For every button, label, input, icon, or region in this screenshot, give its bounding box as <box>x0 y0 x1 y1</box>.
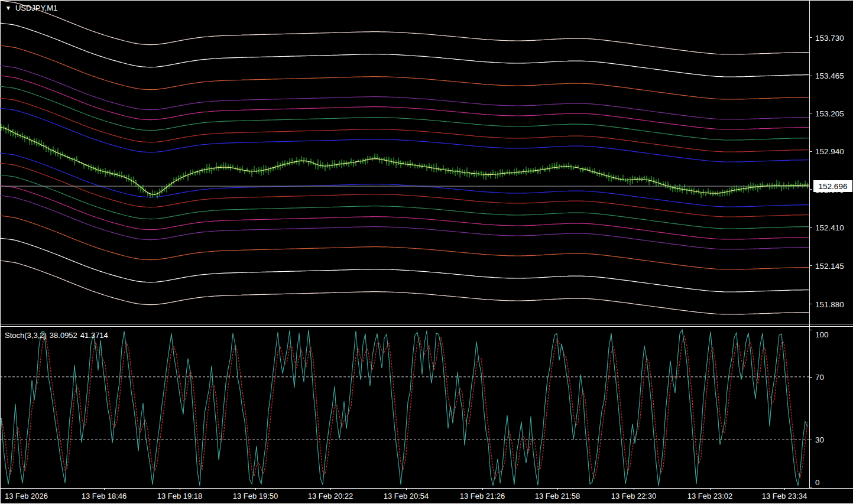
time-axis-label: 13 Feb 18:46 <box>82 492 127 500</box>
time-axis-label: 13 Feb 23:34 <box>762 492 807 500</box>
stoch-signal-line <box>1 336 807 479</box>
current-price-badge: 152.696 <box>813 180 852 192</box>
stoch-axis-tick <box>809 330 812 330</box>
symbol-label: USDJPY,M1 <box>15 4 57 12</box>
price-axis-tick <box>809 227 812 228</box>
price-axis-tick <box>809 37 812 38</box>
time-axis-label: 13 Feb 20:22 <box>308 492 353 500</box>
stoch-axis-label: 100 <box>815 330 829 339</box>
time-axis-label: 13 Feb 19:18 <box>157 492 203 500</box>
price-axis-label: 152.410 <box>815 223 844 232</box>
price-axis-label: 151.880 <box>815 300 844 308</box>
stoch-axis-label: 30 <box>815 435 824 444</box>
price-axis-label: 153.730 <box>815 33 844 42</box>
stoch-axis-tick <box>809 440 812 440</box>
time-axis-label: 13 Feb 22:30 <box>611 492 657 500</box>
chart-symbol-title: ▼ USDJPY,M1 <box>5 4 57 12</box>
stoch-main-line <box>1 330 807 486</box>
band-line <box>0 86 809 140</box>
price-axis-label: 153.205 <box>815 109 844 118</box>
indicator-name: Stoch(3,3,2) <box>5 331 47 340</box>
stochastic-indicator-chart[interactable] <box>0 327 809 488</box>
time-axis-label: 13 Feb 2026 <box>5 492 48 500</box>
time-axis-label: 13 Feb 19:50 <box>233 492 278 500</box>
stoch-axis-label: 0 <box>815 478 820 487</box>
stoch-axis-tick <box>809 487 812 487</box>
band-line <box>0 186 809 239</box>
price-axis[interactable]: 153.730153.465153.205152.940152.675152.4… <box>810 0 853 324</box>
chart-window: ▼ USDJPY,M1 153.730153.465153.205152.940… <box>0 0 853 504</box>
panel-splitter-top[interactable] <box>0 324 853 324</box>
panel-splitter-bottom[interactable] <box>0 326 853 327</box>
price-axis-tick <box>809 113 812 113</box>
price-axis-tick <box>809 265 812 266</box>
time-axis-label: 13 Feb 21:26 <box>460 492 505 500</box>
stoch-axis-tick <box>809 377 812 378</box>
price-axis-tick <box>809 76 812 76</box>
band-line <box>0 1 809 54</box>
main-price-chart[interactable] <box>0 0 809 324</box>
price-axis-tick <box>809 304 812 304</box>
price-axis-tick <box>809 151 812 152</box>
band-line <box>0 23 809 77</box>
price-bars <box>1 124 809 199</box>
band-line <box>0 76 809 129</box>
band-line <box>0 153 809 207</box>
band-line <box>0 216 809 269</box>
stochastic-axis[interactable]: 10070300 <box>810 327 853 488</box>
price-axis-label: 152.940 <box>815 147 844 156</box>
time-axis-label: 13 Feb 23:02 <box>687 492 733 500</box>
symbol-dropdown-icon[interactable]: ▼ <box>5 4 11 12</box>
time-axis-label: 13 Feb 21:58 <box>535 492 580 500</box>
band-line <box>0 175 809 229</box>
indicator-d-value: 41.3714 <box>80 331 108 340</box>
time-axis-label: 13 Feb 20:54 <box>384 492 429 500</box>
band-line <box>0 261 809 314</box>
time-axis-separator <box>0 488 853 489</box>
price-axis-label: 153.465 <box>815 71 844 80</box>
time-axis[interactable]: 13 Feb 202613 Feb 18:4613 Feb 19:1813 Fe… <box>0 489 853 503</box>
indicator-label: Stoch(3,3,2)38.095241.3714 <box>5 331 111 340</box>
price-axis-label: 152.145 <box>815 261 844 270</box>
indicator-k-value: 38.0952 <box>50 331 77 340</box>
band-line <box>0 45 809 99</box>
band-line <box>0 98 809 152</box>
stoch-axis-label: 70 <box>815 372 824 381</box>
price-axis-tick <box>809 189 812 190</box>
